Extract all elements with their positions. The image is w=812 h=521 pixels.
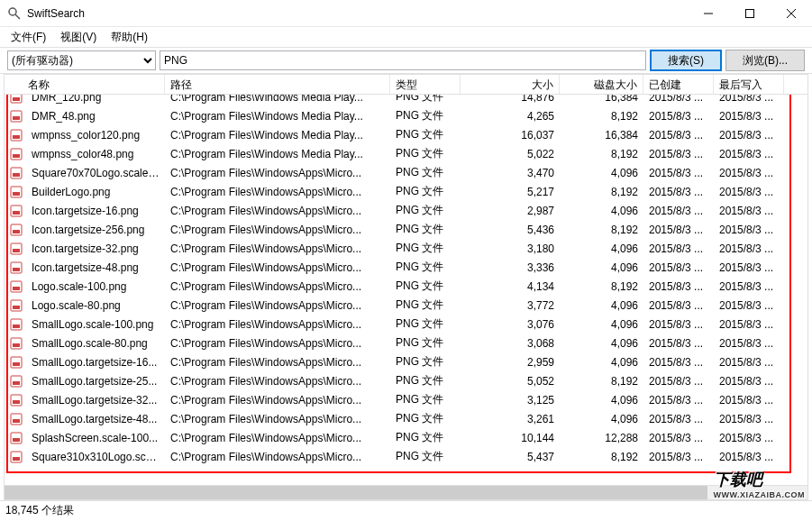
cell-written: 2015/8/3 ... [714, 148, 784, 160]
close-button[interactable] [771, 0, 812, 27]
close-icon [787, 9, 796, 18]
cell-disk: 4,096 [560, 318, 643, 331]
minimize-icon [704, 9, 713, 18]
table-row[interactable]: SmallLogo.targetsize-25...C:\Program Fil… [5, 371, 807, 390]
png-file-icon [10, 337, 23, 350]
menu-help[interactable]: 帮助(H) [104, 28, 155, 47]
cell-path: C:\Program Files\Windows Media Play... [165, 129, 390, 142]
cell-disk: 8,192 [560, 451, 643, 463]
cell-disk: 8,192 [560, 224, 643, 236]
cell-size: 5,437 [461, 451, 560, 463]
svg-line-1 [15, 14, 20, 19]
cell-path: C:\Program Files\WindowsApps\Micro... [165, 432, 390, 444]
cell-type: PNG 文件 [390, 222, 461, 237]
png-file-icon [10, 205, 23, 217]
cell-name: Square70x70Logo.scale-... [26, 167, 165, 179]
cell-size: 5,436 [461, 224, 560, 236]
table-row[interactable]: wmpnss_color48.pngC:\Program Files\Windo… [5, 144, 807, 163]
cell-name: wmpnss_color120.png [26, 129, 165, 142]
cell-size: 2,959 [461, 356, 560, 369]
cell-size: 3,068 [461, 337, 560, 350]
png-file-icon [10, 394, 23, 407]
cell-disk: 4,096 [560, 337, 643, 350]
menu-view[interactable]: 视图(V) [53, 28, 104, 47]
search-button[interactable]: 搜索(S) [650, 50, 722, 71]
table-row[interactable]: wmpnss_color120.pngC:\Program Files\Wind… [5, 125, 807, 144]
drive-select[interactable]: (所有驱动器) [7, 50, 156, 70]
table-row[interactable]: SmallLogo.scale-80.pngC:\Program Files\W… [5, 334, 807, 352]
table-row[interactable]: Square70x70Logo.scale-...C:\Program File… [5, 163, 807, 182]
cell-name: SmallLogo.scale-100.png [26, 318, 165, 331]
cell-size: 3,336 [461, 261, 560, 274]
cell-name: DMR_120.png [26, 95, 165, 104]
cell-path: C:\Program Files\Windows Media Play... [165, 148, 390, 160]
cell-created: 2015/8/3 ... [643, 95, 714, 104]
col-written[interactable]: 最后写入 [714, 75, 784, 94]
cell-name: Logo.scale-80.png [26, 299, 165, 312]
table-row[interactable]: Square310x310Logo.scal...C:\Program File… [5, 447, 807, 466]
cell-type: PNG 文件 [390, 203, 461, 218]
cell-name: SmallLogo.targetsize-25... [26, 375, 165, 388]
cell-written: 2015/8/3 ... [714, 451, 784, 463]
cell-path: C:\Program Files\WindowsApps\Micro... [165, 375, 390, 388]
cell-size: 2,987 [461, 205, 560, 217]
table-row[interactable]: SmallLogo.targetsize-16...C:\Program Fil… [5, 352, 807, 371]
app-icon [7, 6, 22, 21]
svg-rect-31 [13, 324, 20, 328]
png-file-icon [10, 95, 23, 104]
col-disk[interactable]: 磁盘大小 [560, 75, 643, 94]
cell-name: SplashScreen.scale-100... [26, 432, 165, 444]
cell-type: PNG 文件 [390, 127, 461, 142]
cell-path: C:\Program Files\WindowsApps\Micro... [165, 451, 390, 463]
cell-path: C:\Program Files\WindowsApps\Micro... [165, 356, 390, 369]
png-file-icon [10, 261, 23, 274]
minimize-button[interactable] [688, 0, 729, 27]
cell-name: Square310x310Logo.scal... [26, 451, 165, 463]
cell-written: 2015/8/3 ... [714, 413, 784, 425]
cell-disk: 4,096 [560, 242, 643, 255]
table-row[interactable]: Logo.scale-100.pngC:\Program Files\Windo… [5, 277, 807, 296]
cell-disk: 4,096 [560, 299, 643, 312]
svg-rect-15 [13, 173, 20, 177]
table-row[interactable]: Logo.scale-80.pngC:\Program Files\Window… [5, 296, 807, 315]
svg-point-0 [9, 8, 16, 15]
table-row[interactable]: DMR_48.pngC:\Program Files\Windows Media… [5, 106, 807, 125]
table-row[interactable]: SmallLogo.scale-100.pngC:\Program Files\… [5, 315, 807, 334]
table-row[interactable]: Icon.targetsize-32.pngC:\Program Files\W… [5, 239, 807, 258]
cell-type: PNG 文件 [390, 260, 461, 275]
table-row[interactable]: Icon.targetsize-16.pngC:\Program Files\W… [5, 201, 807, 220]
cell-path: C:\Program Files\WindowsApps\Micro... [165, 242, 390, 255]
table-row[interactable]: Icon.targetsize-48.pngC:\Program Files\W… [5, 258, 807, 277]
browse-button[interactable]: 浏览(B)... [725, 50, 805, 71]
svg-rect-25 [13, 268, 20, 271]
maximize-button[interactable] [729, 0, 771, 27]
cell-type: PNG 文件 [390, 279, 461, 294]
search-input[interactable] [160, 50, 646, 70]
cell-disk: 12,288 [560, 432, 643, 444]
cell-name: BuilderLogo.png [26, 186, 165, 198]
cell-path: C:\Program Files\WindowsApps\Micro... [165, 167, 390, 179]
col-type[interactable]: 类型 [390, 75, 461, 94]
cell-name: SmallLogo.targetsize-48... [26, 413, 165, 425]
table-row[interactable]: Icon.targetsize-256.pngC:\Program Files\… [5, 220, 807, 239]
table-body[interactable]: DMR_120.pngC:\Program Files\Windows Medi… [5, 95, 807, 485]
cell-path: C:\Program Files\WindowsApps\Micro... [165, 186, 390, 198]
table-row[interactable]: SmallLogo.targetsize-32...C:\Program Fil… [5, 390, 807, 409]
horizontal-scrollbar[interactable] [5, 485, 807, 500]
table-row[interactable]: BuilderLogo.pngC:\Program Files\WindowsA… [5, 182, 807, 201]
table-row[interactable]: SmallLogo.targetsize-48...C:\Program Fil… [5, 409, 807, 428]
table-row[interactable]: SplashScreen.scale-100...C:\Program File… [5, 428, 807, 447]
cell-size: 16,037 [461, 129, 560, 142]
menu-file[interactable]: 文件(F) [4, 28, 53, 47]
png-file-icon [10, 167, 23, 179]
table-row[interactable]: DMR_120.pngC:\Program Files\Windows Medi… [5, 95, 807, 106]
cell-type: PNG 文件 [390, 316, 461, 332]
scrollbar-thumb[interactable] [5, 486, 707, 500]
col-name[interactable]: 名称 [5, 75, 165, 94]
cell-path: C:\Program Files\WindowsApps\Micro... [165, 394, 390, 407]
cell-disk: 4,096 [560, 356, 643, 369]
col-size[interactable]: 大小 [461, 75, 560, 94]
col-created[interactable]: 已创建 [643, 75, 714, 94]
col-path[interactable]: 路径 [165, 75, 390, 94]
cell-created: 2015/8/3 ... [643, 318, 714, 331]
